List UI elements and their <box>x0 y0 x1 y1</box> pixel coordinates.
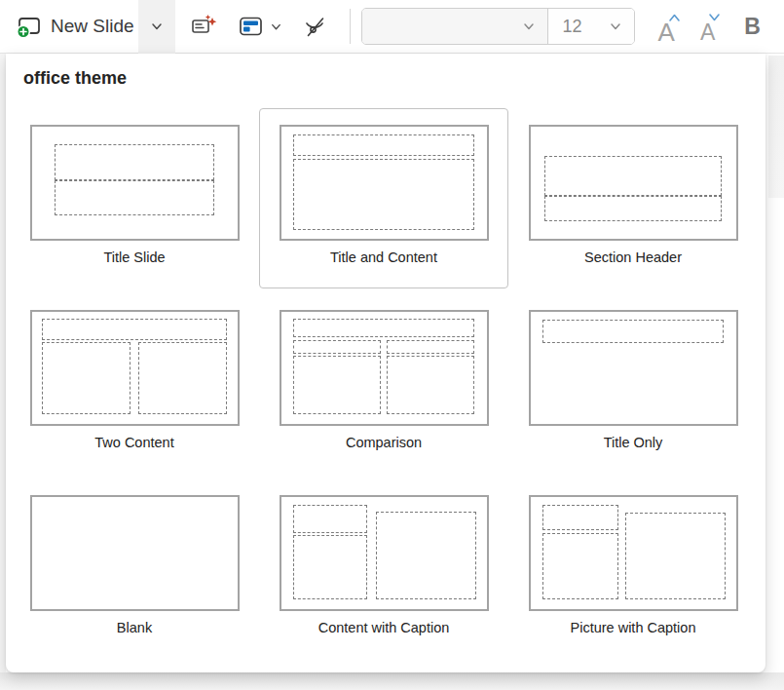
placeholder-box <box>544 196 721 220</box>
slide-thumbnail <box>529 310 738 426</box>
layout-option-label: Title Only <box>604 435 663 450</box>
placeholder-box <box>55 180 215 215</box>
placeholder-box <box>544 156 721 196</box>
placeholder-box <box>542 505 618 530</box>
eye-slash-icon <box>302 14 329 40</box>
font-size-value: 12 <box>563 17 582 37</box>
slide-thumbnail <box>30 310 240 426</box>
layout-button[interactable] <box>228 0 268 54</box>
new-slide-button[interactable]: New Slide <box>12 0 138 54</box>
placeholder-box <box>293 535 367 599</box>
new-slide-dropdown-button[interactable] <box>138 0 175 54</box>
page-background-right <box>768 56 784 198</box>
layout-option-label: Title Slide <box>103 249 165 265</box>
designer-sparkle-icon <box>191 14 218 39</box>
slide-thumbnail <box>529 125 738 241</box>
layout-option-label: Comparison <box>346 435 422 450</box>
layout-option-label: Two Content <box>94 435 173 450</box>
layout-option-label: Title and Content <box>330 249 437 265</box>
slide-thumbnail <box>529 495 738 611</box>
placeholder-box <box>376 512 476 599</box>
placeholder-box <box>293 505 367 533</box>
placeholder-box <box>42 342 131 414</box>
new-slide-icon <box>16 14 42 39</box>
layout-option-title-and-content[interactable]: Title and Content <box>259 108 508 288</box>
slide-thumbnail <box>30 125 240 241</box>
layout-option-picture-with-caption[interactable]: Picture with Caption <box>508 479 758 659</box>
font-controls: 12 <box>361 8 635 45</box>
slide-layout-icon <box>238 14 264 39</box>
toolbar-divider <box>350 9 351 44</box>
increase-font-size-button[interactable]: A <box>651 0 683 54</box>
placeholder-box <box>42 319 227 340</box>
placeholder-box <box>293 340 381 354</box>
chevron-down-icon <box>150 19 164 33</box>
layout-option-two-content[interactable]: Two Content <box>10 293 259 474</box>
placeholder-box <box>293 159 474 229</box>
slide-thumbnail <box>280 495 489 611</box>
page-background-bottom <box>0 672 784 690</box>
layout-option-comparison[interactable]: Comparison <box>259 293 508 474</box>
layout-option-title-slide[interactable]: Title Slide <box>10 108 259 288</box>
placeholder-box <box>293 319 474 338</box>
placeholder-box <box>138 342 227 414</box>
layout-option-label: Blank <box>117 620 152 635</box>
layout-option-content-with-caption[interactable]: Content with Caption <box>259 479 508 659</box>
layout-option-label: Picture with Caption <box>571 620 696 635</box>
placeholder-box <box>293 134 474 156</box>
new-slide-label: New Slide <box>51 16 134 37</box>
placeholder-box <box>387 340 474 354</box>
chevron-down-icon <box>270 20 282 33</box>
designer-button[interactable] <box>181 0 228 54</box>
layout-option-title-only[interactable]: Title Only <box>508 293 758 474</box>
placeholder-box <box>542 533 618 599</box>
placeholder-box <box>293 356 381 414</box>
placeholder-box <box>387 356 474 414</box>
slide-thumbnail <box>280 125 489 241</box>
slide-thumbnail <box>30 495 240 611</box>
layout-grid: Title SlideTitle and ContentSection Head… <box>10 108 758 659</box>
slide-thumbnail <box>280 310 489 426</box>
caret-down-icon <box>708 13 721 22</box>
layout-option-label: Content with Caption <box>318 620 450 635</box>
layout-option-label: Section Header <box>584 249 682 265</box>
layout-dropdown-button[interactable] <box>268 0 292 54</box>
decrease-font-size-button[interactable]: A <box>692 0 723 54</box>
layout-gallery-panel: office theme Title SlideTitle and Conten… <box>6 54 765 672</box>
placeholder-box <box>625 513 726 599</box>
chevron-down-icon <box>609 19 622 33</box>
toolbar: New Slide <box>0 0 784 54</box>
hide-button[interactable] <box>292 0 339 54</box>
chevron-down-icon <box>522 19 536 33</box>
placeholder-box <box>55 144 215 180</box>
bold-button[interactable]: B <box>736 14 768 40</box>
layout-option-section-header[interactable]: Section Header <box>508 108 758 288</box>
font-name-select[interactable] <box>362 9 547 44</box>
layout-option-blank[interactable]: Blank <box>10 479 259 659</box>
caret-up-icon <box>668 13 681 22</box>
placeholder-box <box>542 320 724 343</box>
panel-title: office theme <box>23 68 127 89</box>
font-size-select[interactable]: 12 <box>547 9 634 44</box>
